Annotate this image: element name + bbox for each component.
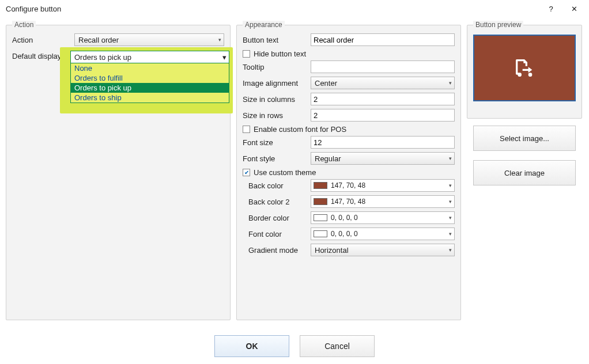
preview-panel: Button preview Select image... Clear ima…: [467, 21, 582, 320]
back-color-value: 147, 70, 48: [331, 181, 445, 189]
chevron-down-icon: ▾: [449, 80, 452, 86]
chevron-down-icon: ▾: [218, 37, 221, 43]
cancel-button[interactable]: Cancel: [300, 335, 375, 357]
dropdown-option[interactable]: Orders to fulfill: [71, 73, 229, 83]
appearance-legend: Appearance: [243, 21, 285, 29]
border-color-value: 0, 0, 0, 0: [331, 214, 445, 222]
back-color2-value: 147, 70, 48: [331, 198, 445, 206]
font-size-input[interactable]: [311, 136, 455, 149]
border-color-select[interactable]: 0, 0, 0, 0 ▾: [311, 211, 455, 224]
ok-button[interactable]: OK: [214, 335, 289, 357]
chevron-down-icon: ▾: [449, 247, 452, 253]
window-title: Configure button: [6, 5, 539, 13]
help-button[interactable]: ?: [539, 0, 562, 17]
tooltip-label: Tooltip: [243, 63, 306, 71]
font-color-select[interactable]: 0, 0, 0, 0 ▾: [311, 227, 455, 240]
image-alignment-select[interactable]: Center ▾: [311, 77, 455, 89]
preview-legend: Button preview: [473, 21, 523, 29]
title-bar: Configure button ? ✕: [0, 0, 589, 17]
image-alignment-value: Center: [315, 79, 337, 88]
color-swatch: [314, 182, 327, 189]
button-text-input[interactable]: [311, 33, 455, 46]
chevron-down-icon: ▾: [449, 199, 452, 204]
hide-button-text-checkbox[interactable]: [243, 50, 250, 58]
action-select[interactable]: Recall order ▾: [74, 33, 224, 46]
font-style-value: Regular: [315, 154, 341, 163]
clear-image-button[interactable]: Clear image: [473, 160, 576, 185]
color-swatch: [314, 230, 327, 237]
button-text-label: Button text: [243, 36, 306, 44]
hide-button-text-label: Hide button text: [254, 50, 306, 58]
button-preview: [473, 35, 576, 101]
default-display-select[interactable]: Orders to pick up ▾: [70, 51, 229, 63]
font-size-label: Font size: [243, 138, 306, 147]
default-display-value: Orders to pick up: [74, 53, 131, 62]
back-color-select[interactable]: 147, 70, 48 ▾: [311, 179, 455, 192]
size-rows-label: Size in rows: [243, 111, 306, 120]
use-custom-theme-checkbox[interactable]: ✔: [243, 169, 250, 176]
color-swatch: [314, 198, 327, 205]
back-color2-label: Back color 2: [243, 198, 306, 206]
border-color-label: Border color: [243, 214, 306, 222]
dropdown-option[interactable]: None: [71, 63, 229, 73]
enable-custom-font-label: Enable custom font for POS: [254, 125, 346, 134]
select-image-button[interactable]: Select image...: [473, 126, 576, 151]
chevron-down-icon: ▾: [449, 156, 452, 161]
font-color-value: 0, 0, 0, 0: [331, 230, 445, 238]
back-color2-select[interactable]: 147, 70, 48 ▾: [311, 195, 455, 208]
dialog-footer: OK Cancel: [0, 328, 589, 364]
image-alignment-label: Image alignment: [243, 79, 306, 88]
font-style-select[interactable]: Regular ▾: [311, 152, 455, 165]
truck-document-icon: [513, 56, 536, 79]
chevron-down-icon: ▾: [449, 215, 452, 221]
gradient-mode-value: Horizontal: [315, 246, 349, 255]
dropdown-option[interactable]: Orders to pick up: [71, 83, 229, 93]
action-panel: Action Action Recall order ▾ Default dis…: [6, 21, 231, 320]
dropdown-highlight: Orders to pick up ▾ None Orders to fulfi…: [60, 47, 233, 113]
use-custom-theme-label: Use custom theme: [254, 168, 316, 177]
size-columns-label: Size in columns: [243, 95, 306, 104]
size-rows-input[interactable]: [311, 109, 455, 122]
gradient-mode-label: Gradient mode: [243, 246, 306, 255]
chevron-down-icon: ▾: [449, 231, 452, 237]
action-legend: Action: [12, 21, 36, 29]
font-style-label: Font style: [243, 154, 306, 163]
action-select-value: Recall order: [78, 36, 119, 44]
content-area: Action Action Recall order ▾ Default dis…: [0, 17, 589, 320]
action-label: Action: [12, 36, 70, 44]
color-swatch: [314, 214, 327, 221]
chevron-down-icon: ▾: [449, 183, 452, 188]
enable-custom-font-checkbox[interactable]: [243, 126, 250, 133]
chevron-down-icon: ▾: [222, 53, 226, 62]
size-columns-input[interactable]: [311, 93, 455, 105]
default-display-options: None Orders to fulfill Orders to pick up…: [70, 63, 229, 103]
appearance-panel: Appearance Button text Hide button text …: [236, 21, 461, 320]
close-button[interactable]: ✕: [562, 0, 586, 17]
gradient-mode-select[interactable]: Horizontal ▾: [311, 244, 455, 256]
tooltip-input[interactable]: [311, 60, 455, 73]
dropdown-option[interactable]: Orders to ship: [71, 93, 229, 103]
back-color-label: Back color: [243, 181, 306, 190]
font-color-label: Font color: [243, 230, 306, 238]
